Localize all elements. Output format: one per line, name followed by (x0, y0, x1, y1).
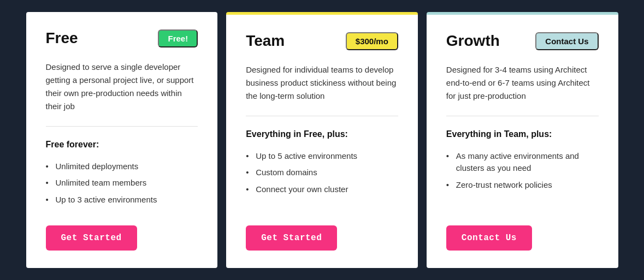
pricing-container: Free Free! Designed to serve a single de… (22, 12, 623, 269)
plan-name-free: Free (46, 29, 78, 47)
feature-item: Custom domains (246, 164, 398, 181)
features-section-free: Free forever: Unlimited deploymentsUnlim… (46, 140, 198, 208)
plan-description-team: Designed for individual teams to develop… (246, 63, 398, 103)
feature-item: Connect your own cluster (246, 181, 398, 198)
features-list-team: Up to 5 active environmentsCustom domain… (246, 148, 398, 198)
plan-description-growth: Designed for 3-4 teams using Architect e… (446, 63, 599, 103)
features-title-growth: Everything in Team, plus: (446, 129, 599, 139)
feature-item: As many active environments and clusters… (446, 148, 599, 177)
features-section-team: Everything in Free, plus: Up to 5 active… (246, 129, 398, 208)
cta-button-growth[interactable]: Contact Us (446, 225, 532, 251)
cta-button-team[interactable]: Get Started (246, 225, 337, 251)
card-header-free: Free Free! (46, 29, 198, 47)
feature-item: Unlimited team members (46, 175, 198, 192)
plan-name-team: Team (246, 32, 285, 50)
plan-badge-growth[interactable]: Contact Us (535, 32, 598, 50)
features-list-growth: As many active environments and clusters… (446, 148, 599, 194)
features-title-team: Everything in Free, plus: (246, 129, 398, 139)
card-header-team: Team $300/mo (246, 32, 398, 50)
divider-team (246, 116, 398, 116)
cta-button-free[interactable]: Get Started (46, 225, 137, 251)
card-footer-growth: Contact Us (446, 225, 599, 251)
divider-growth (446, 116, 599, 116)
features-title-free: Free forever: (46, 140, 198, 150)
feature-item: Unlimited deployments (46, 158, 198, 175)
card-footer-team: Get Started (246, 225, 398, 251)
plan-badge-team[interactable]: $300/mo (346, 32, 398, 50)
plan-description-free: Designed to serve a single developer get… (46, 61, 198, 113)
feature-item: Zero-trust network policies (446, 177, 599, 194)
pricing-card-growth: Growth Contact Us Designed for 3-4 teams… (427, 12, 618, 269)
features-section-growth: Everything in Team, plus: As many active… (446, 129, 599, 208)
card-footer-free: Get Started (46, 225, 198, 251)
feature-item: Up to 5 active environments (246, 148, 398, 165)
features-list-free: Unlimited deploymentsUnlimited team memb… (46, 158, 198, 208)
divider-free (46, 126, 198, 127)
plan-name-growth: Growth (446, 32, 500, 50)
pricing-card-team: Team $300/mo Designed for individual tea… (226, 12, 418, 269)
card-header-growth: Growth Contact Us (446, 32, 599, 50)
plan-badge-free[interactable]: Free! (158, 29, 198, 47)
feature-item: Up to 3 active environments (46, 192, 198, 208)
pricing-card-free: Free Free! Designed to serve a single de… (26, 12, 218, 269)
